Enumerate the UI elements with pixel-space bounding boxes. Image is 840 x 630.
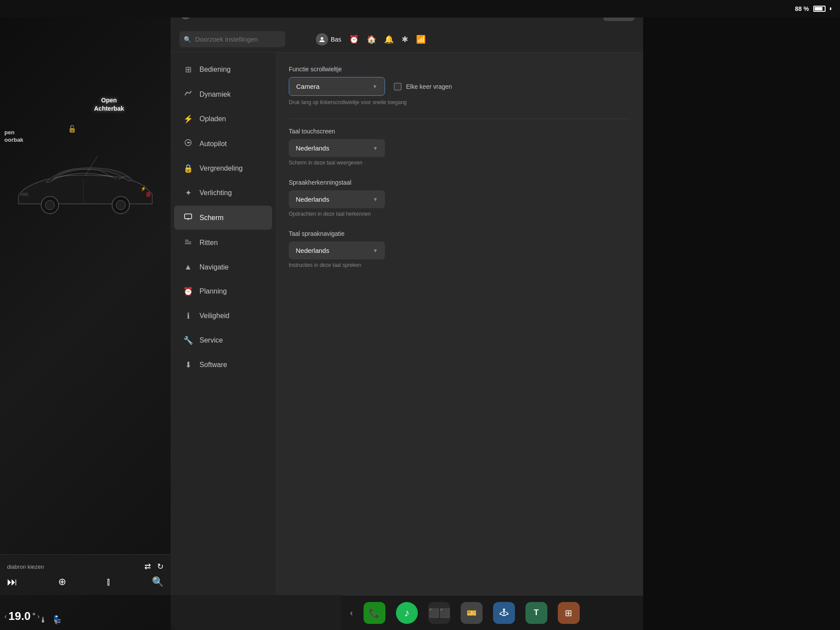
music-player: diabron kiezen ⇄ ↻ ⏭ ⊕ ⫿ 🔍 bbox=[0, 554, 171, 595]
lock-icon[interactable]: 🔓 bbox=[68, 125, 77, 133]
voice-recognition-chevron: ▼ bbox=[373, 196, 378, 203]
sidebar-nav: ⊞ Bediening Dynamiek ⚡ Opladen bbox=[171, 52, 276, 595]
navigatie-label: Navigatie bbox=[200, 263, 229, 271]
planning-label: Planning bbox=[200, 287, 227, 295]
verlichting-label: Verlichting bbox=[200, 189, 232, 197]
scherm-label: Scherm bbox=[200, 214, 224, 222]
app-btn-1[interactable]: ⬛⬛ bbox=[428, 602, 450, 624]
svg-point-9 bbox=[321, 37, 323, 40]
voice-navigation-section: Taal spraaknavigatie Nederlands ▼ Instru… bbox=[289, 230, 630, 268]
header-username: Bas bbox=[331, 36, 341, 43]
touchscreen-lang-title: Taal touchscreen bbox=[289, 128, 630, 135]
sidebar-item-ritten[interactable]: Ritten bbox=[174, 231, 272, 255]
svg-text:⚡: ⚡ bbox=[140, 186, 147, 192]
navigatie-icon: ▲ bbox=[183, 262, 193, 272]
scroll-function-dropdown[interactable]: Camera ▼ bbox=[289, 77, 385, 96]
touchscreen-language-section: Taal touchscreen Nederlands ▼ Scherm in … bbox=[289, 128, 630, 166]
sidebar-item-planning[interactable]: ⏰ Planning bbox=[174, 280, 272, 303]
user-status-icon[interactable]: Bas bbox=[316, 33, 341, 46]
header-home-icon[interactable]: 🏠 bbox=[367, 35, 376, 44]
touchscreen-lang-value: Nederlands bbox=[296, 144, 329, 152]
planning-icon: ⏰ bbox=[183, 287, 193, 296]
sidebar-item-software[interactable]: ⬇ Software bbox=[174, 353, 272, 377]
settings-panel: Functie scrollwieltje Camera ▼ Elke keer… bbox=[276, 52, 643, 595]
repeat-btn[interactable]: ↻ bbox=[157, 562, 164, 571]
scroll-function-title: Functie scrollwieltje bbox=[289, 66, 630, 73]
car-display: ⚡ bbox=[0, 61, 171, 315]
voice-nav-value: Nederlands bbox=[296, 247, 329, 254]
app-btn-5[interactable]: ⊞ bbox=[558, 602, 580, 624]
scroll-function-hint: Druk lang op linkerscrollwieltje voor sn… bbox=[289, 99, 630, 105]
equalizer-btn[interactable]: ⫿ bbox=[106, 576, 111, 588]
temp-left-btn[interactable]: ‹ bbox=[4, 612, 7, 620]
t-icon: T bbox=[534, 608, 539, 617]
divider-1 bbox=[289, 119, 630, 119]
app-icon-1: ⬛⬛ bbox=[428, 608, 450, 618]
battery-tip bbox=[830, 7, 831, 10]
software-icon: ⬇ bbox=[183, 360, 193, 370]
app-btn-4[interactable]: T bbox=[525, 602, 547, 624]
voice-recognition-value: Nederlands bbox=[296, 196, 329, 203]
sidebar-item-dynamiek[interactable]: Dynamiek bbox=[174, 82, 272, 106]
sidebar-item-navigatie[interactable]: ▲ Navigatie bbox=[174, 256, 272, 279]
tesla-main-panel: Bas 📶 ⏰ SOS 14:23 22°C PASSENGERAIRBAG O… bbox=[171, 0, 643, 630]
grid-icon: ⊞ bbox=[565, 608, 572, 618]
battery-icon bbox=[813, 6, 826, 12]
software-label: Software bbox=[200, 361, 227, 369]
search-icon: 🔍 bbox=[184, 36, 191, 43]
sidebar-item-autopilot[interactable]: Autopilot bbox=[174, 132, 272, 156]
next-btn[interactable]: ⏭ bbox=[7, 576, 18, 588]
open-achterbak-label: Open Achterbak bbox=[94, 96, 124, 113]
sidebar-item-service[interactable]: 🔧 Service bbox=[174, 329, 272, 352]
taskbar-nav-left[interactable]: ‹ bbox=[350, 608, 353, 618]
music-search-btn[interactable]: 🔍 bbox=[152, 576, 164, 588]
dynamiek-icon bbox=[183, 89, 193, 99]
scroll-function-section: Functie scrollwieltje Camera ▼ Elke keer… bbox=[289, 66, 630, 105]
temp-unit: ° bbox=[32, 612, 35, 621]
touchscreen-lang-chevron: ▼ bbox=[373, 145, 378, 151]
header-bluetooth-icon[interactable]: ✱ bbox=[402, 35, 408, 44]
svg-point-3 bbox=[116, 200, 126, 210]
bediening-label: Bediening bbox=[200, 66, 231, 74]
seat-icon: 💺 bbox=[52, 615, 62, 625]
touchscreen-lang-hint: Scherm in deze taal weergeven bbox=[289, 160, 630, 166]
sidebar-item-bediening[interactable]: ⊞ Bediening bbox=[174, 58, 272, 81]
add-btn[interactable]: ⊕ bbox=[58, 576, 66, 588]
sidebar-item-verlichting[interactable]: ✦ Verlichting bbox=[174, 181, 272, 205]
service-icon: 🔧 bbox=[183, 336, 193, 345]
vergrendeling-icon: 🔒 bbox=[183, 164, 193, 173]
svg-point-1 bbox=[45, 200, 55, 210]
header-wifi-icon[interactable]: 📶 bbox=[416, 35, 426, 44]
voice-recognition-hint: Opdrachten in deze taal herkennen bbox=[289, 211, 630, 217]
voice-nav-title: Taal spraaknavigatie bbox=[289, 230, 630, 237]
opladen-icon: ⚡ bbox=[183, 114, 193, 124]
app-icon-2: 🎫 bbox=[467, 608, 476, 618]
ask-each-time-checkbox[interactable] bbox=[394, 83, 402, 91]
touchscreen-lang-dropdown[interactable]: Nederlands ▼ bbox=[289, 139, 385, 157]
voice-recognition-title: Spraakherkenningstaal bbox=[289, 179, 630, 186]
phone-icon: 📞 bbox=[369, 608, 380, 618]
ritten-label: Ritten bbox=[200, 239, 218, 247]
header-bell-icon[interactable]: 🔔 bbox=[384, 35, 394, 44]
sidebar-item-vergrendeling[interactable]: 🔒 Vergrendeling bbox=[174, 157, 272, 180]
shuffle-btn[interactable]: ⇄ bbox=[144, 562, 151, 571]
phone-btn[interactable]: 📞 bbox=[364, 602, 385, 624]
app-btn-2[interactable]: 🎫 bbox=[461, 602, 483, 624]
app-btn-3[interactable]: 🕹 bbox=[493, 602, 515, 624]
scherm-icon bbox=[183, 213, 193, 223]
spotify-btn[interactable]: ♪ bbox=[396, 602, 418, 624]
heating-icon: 🌡 bbox=[39, 616, 47, 625]
svg-rect-12 bbox=[185, 214, 192, 219]
voice-nav-dropdown[interactable]: Nederlands ▼ bbox=[289, 242, 385, 259]
autopilot-icon bbox=[183, 139, 193, 149]
search-input[interactable] bbox=[179, 31, 285, 47]
svg-line-7 bbox=[85, 157, 97, 175]
joystick-icon: 🕹 bbox=[500, 608, 508, 618]
header-alarm-icon[interactable]: ⏰ bbox=[349, 35, 359, 44]
sidebar-item-scherm[interactable]: Scherm bbox=[174, 206, 272, 230]
sidebar-item-veiligheid[interactable]: ℹ Veiligheid bbox=[174, 304, 272, 328]
voice-recognition-dropdown[interactable]: Nederlands ▼ bbox=[289, 190, 385, 208]
vergrendeling-label: Vergrendeling bbox=[200, 164, 243, 172]
sidebar-item-opladen[interactable]: ⚡ Opladen bbox=[174, 107, 272, 131]
temp-value: 19.0 bbox=[8, 609, 31, 623]
